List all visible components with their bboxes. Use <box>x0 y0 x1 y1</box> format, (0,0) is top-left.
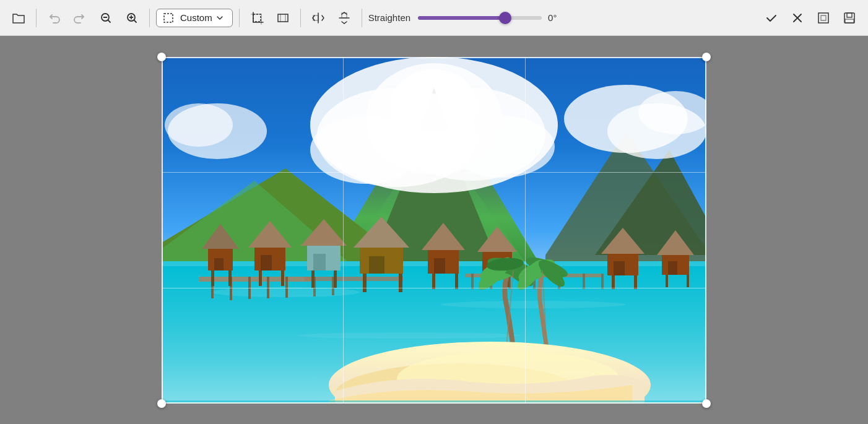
svg-rect-55 <box>281 270 284 286</box>
svg-rect-79 <box>612 275 615 289</box>
svg-rect-84 <box>666 275 668 287</box>
svg-rect-60 <box>334 270 337 288</box>
svg-rect-41 <box>267 277 269 298</box>
angle-value: 0° <box>548 12 568 23</box>
svg-rect-7 <box>818 13 828 23</box>
crop-container[interactable] <box>162 57 706 404</box>
svg-point-31 <box>165 103 233 147</box>
divider-4 <box>300 9 301 27</box>
flip-vertical-button[interactable] <box>333 7 355 29</box>
svg-rect-40 <box>248 277 251 299</box>
photo-svg <box>162 57 706 404</box>
photo <box>162 57 706 404</box>
svg-rect-54 <box>259 270 262 286</box>
svg-rect-108 <box>162 400 706 404</box>
flip-horizontal-button[interactable] <box>307 7 329 29</box>
zoom-in-button[interactable] <box>121 7 143 29</box>
svg-rect-69 <box>432 274 435 289</box>
svg-rect-43 <box>304 277 403 281</box>
straighten-slider-container: 0° <box>418 12 568 23</box>
svg-rect-9 <box>847 13 852 17</box>
svg-rect-85 <box>687 275 689 287</box>
svg-point-36 <box>298 332 521 339</box>
cancel-button[interactable] <box>786 7 809 29</box>
canvas-area <box>0 36 868 424</box>
crop-handle-bottom-right[interactable] <box>702 399 711 408</box>
save-button[interactable] <box>838 7 861 29</box>
svg-rect-50 <box>228 270 232 286</box>
crop-preset-label: Custom <box>180 12 212 23</box>
svg-rect-78 <box>614 261 625 275</box>
zoom-out-button[interactable] <box>95 7 117 29</box>
toolbar: Custom Straighten <box>0 0 868 36</box>
svg-rect-65 <box>399 274 402 292</box>
svg-rect-2 <box>164 14 173 22</box>
svg-rect-92 <box>583 274 585 289</box>
divider-2 <box>149 9 150 27</box>
svg-rect-8 <box>844 13 854 23</box>
crop-handle-bottom-left[interactable] <box>157 399 166 408</box>
confirm-button[interactable] <box>760 7 783 29</box>
svg-rect-59 <box>311 270 315 288</box>
chevron-down-icon <box>216 14 224 22</box>
expand-icon-button[interactable] <box>272 7 294 29</box>
svg-point-25 <box>310 116 422 184</box>
svg-rect-80 <box>634 275 637 289</box>
open-button[interactable] <box>7 7 30 29</box>
svg-rect-53 <box>261 255 272 270</box>
svg-rect-3 <box>253 14 261 22</box>
svg-rect-42 <box>285 277 288 298</box>
svg-rect-64 <box>363 274 367 292</box>
svg-rect-49 <box>211 270 214 286</box>
svg-rect-37 <box>199 277 310 282</box>
svg-rect-93 <box>601 274 604 289</box>
divider-1 <box>36 9 37 27</box>
crop-handle-top-right[interactable] <box>702 53 711 61</box>
undo-button[interactable] <box>43 7 65 29</box>
divider-3 <box>239 9 240 27</box>
svg-rect-48 <box>214 258 224 270</box>
crop-handle-top-left[interactable] <box>157 53 166 61</box>
reset-button[interactable] <box>812 7 835 29</box>
svg-rect-70 <box>455 274 458 289</box>
svg-rect-63 <box>369 256 384 274</box>
svg-rect-68 <box>434 258 445 274</box>
svg-rect-10 <box>845 19 854 23</box>
crop-icon-button[interactable] <box>246 7 268 29</box>
crop-preset-dropdown[interactable]: Custom <box>156 9 233 27</box>
straighten-label: Straighten <box>368 12 410 23</box>
svg-point-26 <box>449 116 555 178</box>
redo-button[interactable] <box>69 7 91 29</box>
svg-rect-87 <box>471 274 474 289</box>
divider-5 <box>362 9 362 27</box>
svg-point-35 <box>440 301 626 308</box>
svg-rect-58 <box>313 254 326 270</box>
svg-rect-4 <box>278 14 288 22</box>
straighten-slider[interactable] <box>418 16 542 20</box>
svg-rect-83 <box>668 261 677 275</box>
